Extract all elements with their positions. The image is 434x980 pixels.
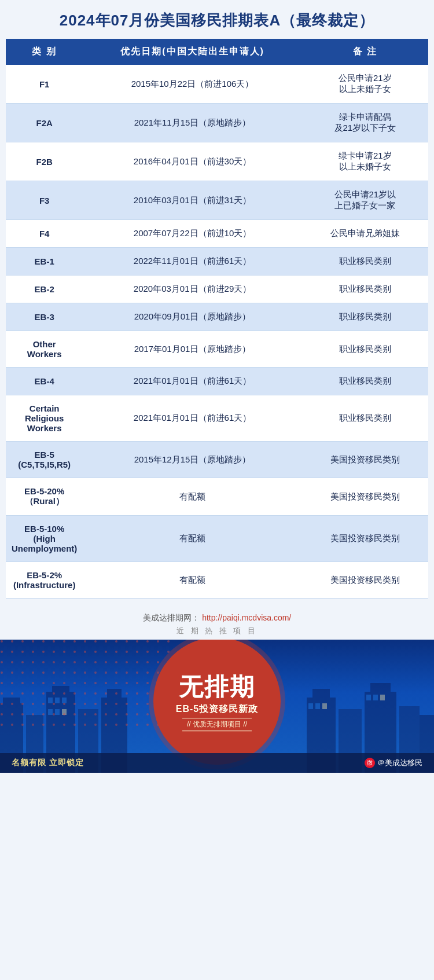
- cell-note: 公民申请21岁 以上未婚子女: [302, 65, 428, 104]
- banner-main-text: 无排期: [179, 671, 255, 703]
- cell-priority-date: 2007年07月22日（前进10天）: [83, 220, 301, 248]
- table-row: F32010年03月01日（前进31天）公民申请21岁以 上已婚子女一家: [6, 181, 428, 220]
- svg-rect-26: [366, 695, 371, 700]
- cell-category: EB-5 (C5,T5,I5,R5): [6, 442, 83, 478]
- table-row: EB-5-2% (Infrastructure)有配额美国投资移民类别: [6, 562, 428, 599]
- footer-site-line: 美成达排期网： http://paiqi.mcdvisa.com/: [6, 612, 428, 623]
- svg-rect-17: [312, 689, 330, 699]
- cell-priority-date: 2022年11月01日（前进61天）: [83, 248, 301, 276]
- cell-category: EB-5-10% (High Unemployment): [6, 516, 83, 562]
- cell-priority-date: 有配额: [83, 478, 301, 516]
- cell-note: 职业移民类别: [302, 303, 428, 331]
- cell-category: EB-1: [6, 248, 83, 276]
- svg-rect-24: [315, 703, 320, 709]
- banner-divider-text: // 优质无排期项目 //: [182, 718, 252, 731]
- table-row: EB-12022年11月01日（前进61天）职业移民类别: [6, 248, 428, 276]
- cell-note: 职业移民类别: [302, 395, 428, 442]
- cell-category: EB-4: [6, 368, 83, 395]
- weibo-icon: 微: [365, 758, 375, 768]
- cell-priority-date: 有配额: [83, 562, 301, 599]
- cell-category: F3: [6, 181, 83, 220]
- site-link[interactable]: http://paiqi.mcdvisa.com/: [202, 613, 291, 622]
- cell-category: F2B: [6, 142, 83, 181]
- col-header-priority: 优先日期(中国大陆出生申请人): [83, 39, 301, 65]
- table-row: EB-5 (C5,T5,I5,R5)2015年12月15日（原地踏步）美国投资移…: [6, 442, 428, 478]
- col-header-note: 备 注: [302, 39, 428, 65]
- svg-rect-28: [380, 695, 385, 700]
- svg-rect-23: [308, 703, 313, 709]
- banner-brand-text: ＠美成达移民: [377, 758, 422, 768]
- cell-category: F2A: [6, 104, 83, 142]
- cell-note: 公民申请兄弟姐妹: [302, 220, 428, 248]
- title-area: 2024年07月份美国移民排期表A（最终裁定）: [0, 0, 434, 39]
- table-body: F12015年10月22日（前进106天）公民申请21岁 以上未婚子女F2A20…: [6, 65, 428, 599]
- cell-note: 绿卡申请21岁 以上未婚子女: [302, 142, 428, 181]
- cell-priority-date: 2016年04月01日（前进30天）: [83, 142, 301, 181]
- cell-priority-date: 2020年03月01日（前进29天）: [83, 276, 301, 303]
- cell-note: 美国投资移民类别: [302, 442, 428, 478]
- svg-rect-1: [0, 640, 174, 726]
- table-row: F2A2021年11月15日（原地踏步）绿卡申请配偶 及21岁以下子女: [6, 104, 428, 142]
- cell-priority-date: 有配额: [83, 516, 301, 562]
- table-row: EB-42021年01月01日（前进61天）职业移民类别: [6, 368, 428, 395]
- table-row: F42007年07月22日（前进10天）公民申请兄弟姐妹: [6, 220, 428, 248]
- table-header: 类 别 优先日期(中国大陆出生申请人) 备 注: [6, 39, 428, 65]
- table-row: EB-5-10% (High Unemployment)有配额美国投资移民类别: [6, 516, 428, 562]
- table-row: EB-22020年03月01日（前进29天）职业移民类别: [6, 276, 428, 303]
- svg-rect-20: [370, 683, 391, 693]
- cell-priority-date: 2021年01月01日（前进61天）: [83, 368, 301, 395]
- cell-note: 绿卡申请配偶 及21岁以下子女: [302, 104, 428, 142]
- cell-category: Other Workers: [6, 331, 83, 368]
- cell-note: 职业移民类别: [302, 276, 428, 303]
- cell-priority-date: 2010年03月01日（前进31天）: [83, 181, 301, 220]
- cell-category: EB-3: [6, 303, 83, 331]
- cell-category: EB-5-20% （Rural）: [6, 478, 83, 516]
- cell-note: 公民申请21岁以 上已婚子女一家: [302, 181, 428, 220]
- cell-note: 职业移民类别: [302, 248, 428, 276]
- page-title: 2024年07月份美国移民排期表A（最终裁定）: [6, 10, 428, 31]
- banner-bottom-bar: 名额有限 立即锁定 微 ＠美成达移民: [0, 753, 434, 773]
- banner-sub-text: EB-5投资移民新政: [176, 703, 258, 715]
- cell-category: EB-5-2% (Infrastructure): [6, 562, 83, 599]
- cell-priority-date: 2021年11月15日（原地踏步）: [83, 104, 301, 142]
- table-row: Certain Religious Workers2021年01月01日（前进6…: [6, 395, 428, 442]
- cell-note: 美国投资移民类别: [302, 516, 428, 562]
- table-row: F2B2016年04月01日（前进30天）绿卡申请21岁 以上未婚子女: [6, 142, 428, 181]
- cell-priority-date: 2021年01月01日（前进61天）: [83, 395, 301, 442]
- banner-quota-text: 名额有限 立即锁定: [12, 758, 84, 768]
- col-header-category: 类 别: [6, 39, 83, 65]
- dot-decoration: [0, 640, 174, 726]
- cell-category: Certain Religious Workers: [6, 395, 83, 442]
- table-row: Other Workers2017年01月01日（原地踏步）职业移民类别: [6, 331, 428, 368]
- svg-rect-27: [373, 695, 378, 700]
- site-label: 美成达排期网：: [143, 613, 200, 622]
- cell-note: 美国投资移民类别: [302, 562, 428, 599]
- cell-note: 职业移民类别: [302, 368, 428, 395]
- cell-priority-date: 2015年12月15日（原地踏步）: [83, 442, 301, 478]
- table-row: EB-32020年09月01日（原地踏步）职业移民类别: [6, 303, 428, 331]
- banner-circle: 无排期 EB-5投资移民新政 // 优质无排期项目 //: [153, 640, 281, 765]
- cell-category: F4: [6, 220, 83, 248]
- cell-note: 美国投资移民类别: [302, 478, 428, 516]
- immigration-table: 类 别 优先日期(中国大陆出生申请人) 备 注 F12015年10月22日（前进…: [6, 39, 428, 599]
- table-row: EB-5-20% （Rural）有配额美国投资移民类别: [6, 478, 428, 516]
- table-row: F12015年10月22日（前进106天）公民申请21岁 以上未婚子女: [6, 65, 428, 104]
- cell-priority-date: 2017年01月01日（原地踏步）: [83, 331, 301, 368]
- cell-note: 职业移民类别: [302, 331, 428, 368]
- table-wrapper: 类 别 优先日期(中国大陆出生申请人) 备 注 F12015年10月22日（前进…: [0, 39, 434, 604]
- banner: 无排期 EB-5投资移民新政 // 优质无排期项目 // 名额有限 立即锁定 微…: [0, 640, 434, 773]
- hot-label: 近 期 热 推 项 目: [6, 626, 428, 636]
- svg-rect-25: [322, 703, 327, 709]
- cell-priority-date: 2015年10月22日（前进106天）: [83, 65, 301, 104]
- cell-category: EB-2: [6, 276, 83, 303]
- banner-logo-text: 微 ＠美成达移民: [365, 758, 422, 768]
- footer-info: 美成达排期网： http://paiqi.mcdvisa.com/ 近 期 热 …: [0, 604, 434, 640]
- cell-priority-date: 2020年09月01日（原地踏步）: [83, 303, 301, 331]
- cell-category: F1: [6, 65, 83, 104]
